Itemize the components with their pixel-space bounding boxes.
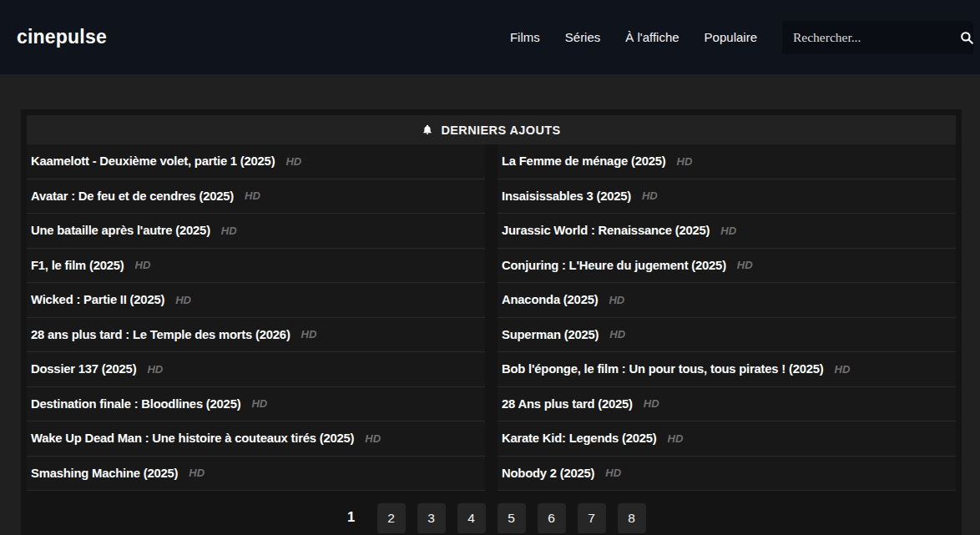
search-input[interactable] — [793, 30, 959, 45]
site-logo[interactable]: cinepulse — [17, 26, 107, 48]
movie-row: Conjuring : L'Heure du jugement (2025) H… — [498, 249, 956, 284]
quality-badge: HD — [737, 259, 753, 271]
pagination-current-page: 1 — [337, 503, 366, 533]
quality-badge: HD — [720, 225, 736, 237]
site-header: cinepulse Films Séries À l'affiche Popul… — [0, 0, 980, 74]
movie-list: Kaamelott - Deuxième volet, partie 1 (20… — [27, 144, 956, 491]
movie-row: Kaamelott - Deuxième volet, partie 1 (20… — [27, 144, 485, 179]
pagination-page-button[interactable]: 8 — [618, 503, 646, 533]
movie-title-link[interactable]: Kaamelott - Deuxième volet, partie 1 (20… — [31, 154, 275, 168]
quality-badge: HD — [609, 328, 625, 341]
quality-badge: HD — [365, 432, 381, 445]
movie-title-link[interactable]: Avatar : De feu et de cendres (2025) — [31, 189, 234, 203]
movie-title-link[interactable]: Superman (2025) — [502, 328, 599, 341]
nav-item[interactable]: Films — [510, 30, 540, 44]
movie-title-link[interactable]: Insaisissables 3 (2025) — [502, 189, 631, 203]
movie-row: Wake Up Dead Man : Une histoire à coutea… — [27, 421, 485, 457]
quality-badge: HD — [668, 432, 684, 445]
quality-badge: HD — [189, 467, 205, 479]
search-button[interactable] — [959, 30, 974, 45]
movie-title-link[interactable]: Karate Kid: Legends (2025) — [502, 432, 657, 445]
movie-row: Bob l'éponge, le film : Un pour tous, to… — [498, 352, 956, 387]
movie-title-link[interactable]: Wicked : Partie II (2025) — [31, 293, 164, 306]
movie-title-link[interactable]: Jurassic World : Renaissance (2025) — [502, 224, 710, 237]
quality-badge: HD — [605, 467, 621, 479]
section-header: DERNIERS AJOUTS — [27, 115, 956, 144]
nav-item[interactable]: Populaire — [705, 30, 757, 44]
movie-title-link[interactable]: 28 ans plus tard : Le Temple des morts (… — [31, 328, 290, 341]
movie-title-link[interactable]: Une bataille après l'autre (2025) — [31, 224, 210, 237]
pagination-page-button[interactable]: 6 — [538, 503, 566, 533]
bell-icon — [422, 124, 433, 136]
pagination-page-button[interactable]: 4 — [457, 503, 486, 533]
movie-row: 28 Ans plus tard (2025) HD — [498, 387, 956, 422]
pagination-page-button[interactable]: 7 — [578, 503, 606, 533]
pagination-page-button[interactable]: 3 — [417, 503, 446, 533]
quality-badge: HD — [301, 328, 317, 341]
movie-row: Nobody 2 (2025) HD — [498, 457, 956, 492]
movie-row: Dossier 137 (2025) HD — [27, 352, 485, 387]
movie-title-link[interactable]: Smashing Machine (2025) — [31, 467, 178, 480]
nav-item[interactable]: À l'affiche — [625, 30, 679, 44]
quality-badge: HD — [245, 189, 260, 202]
movie-column-left: Kaamelott - Deuxième volet, partie 1 (20… — [27, 144, 485, 491]
movie-row: Jurassic World : Renaissance (2025) HD — [498, 214, 956, 249]
quality-badge: HD — [644, 397, 659, 410]
movie-column-right: La Femme de ménage (2025) HD Insaisissab… — [498, 144, 956, 491]
movie-title-link[interactable]: Conjuring : L'Heure du jugement (2025) — [502, 259, 726, 272]
quality-badge: HD — [147, 363, 163, 376]
search-icon — [959, 30, 974, 45]
quality-badge: HD — [677, 155, 693, 168]
quality-badge: HD — [285, 155, 301, 168]
quality-badge: HD — [609, 294, 624, 306]
quality-badge: HD — [135, 259, 151, 271]
movie-title-link[interactable]: Anaconda (2025) — [502, 293, 598, 306]
search-box — [782, 21, 973, 54]
latest-additions-card: DERNIERS AJOUTS Kaamelott - Deuxième vol… — [21, 109, 962, 535]
movie-row: Superman (2025) HD — [498, 318, 956, 353]
quality-badge: HD — [642, 189, 658, 202]
quality-badge: HD — [251, 397, 267, 410]
movie-title-link[interactable]: F1, le film (2025) — [31, 259, 124, 272]
movie-row: 28 ans plus tard : Le Temple des morts (… — [27, 318, 485, 353]
quality-badge: HD — [221, 225, 237, 237]
movie-row: Smashing Machine (2025) HD — [27, 457, 485, 492]
pagination-pages: 2 3 4 5 6 7 8 — [377, 503, 646, 533]
movie-title-link[interactable]: Nobody 2 (2025) — [502, 467, 594, 480]
movie-title-link[interactable]: Destination finale : Bloodlines (2025) — [31, 397, 240, 411]
quality-badge: HD — [835, 363, 851, 376]
movie-title-link[interactable]: Wake Up Dead Man : Une histoire à coutea… — [31, 432, 354, 445]
movie-row: Une bataille après l'autre (2025) HD — [27, 214, 485, 249]
movie-title-link[interactable]: 28 Ans plus tard (2025) — [502, 397, 633, 411]
main-nav: Films Séries À l'affiche Populaire — [510, 30, 782, 44]
movie-row: Destination finale : Bloodlines (2025) H… — [27, 387, 485, 422]
nav-item[interactable]: Séries — [565, 30, 601, 44]
section-title: DERNIERS AJOUTS — [441, 124, 560, 137]
movie-title-link[interactable]: La Femme de ménage (2025) — [502, 154, 666, 168]
movie-row: La Femme de ménage (2025) HD — [498, 144, 956, 179]
movie-row: Insaisissables 3 (2025) HD — [498, 179, 956, 215]
movie-row: Wicked : Partie II (2025) HD — [27, 283, 485, 318]
movie-row: Karate Kid: Legends (2025) HD — [498, 421, 956, 457]
pagination-page-button[interactable]: 2 — [377, 503, 406, 533]
pagination: 1 2 3 4 5 6 7 8 — [27, 503, 956, 533]
movie-title-link[interactable]: Bob l'éponge, le film : Un pour tous, to… — [502, 362, 824, 376]
movie-title-link[interactable]: Dossier 137 (2025) — [31, 362, 136, 376]
movie-row: F1, le film (2025) HD — [27, 249, 485, 284]
movie-row: Avatar : De feu et de cendres (2025) HD — [27, 179, 485, 215]
quality-badge: HD — [175, 294, 191, 306]
movie-row: Anaconda (2025) HD — [498, 283, 956, 318]
pagination-page-button[interactable]: 5 — [498, 503, 526, 533]
